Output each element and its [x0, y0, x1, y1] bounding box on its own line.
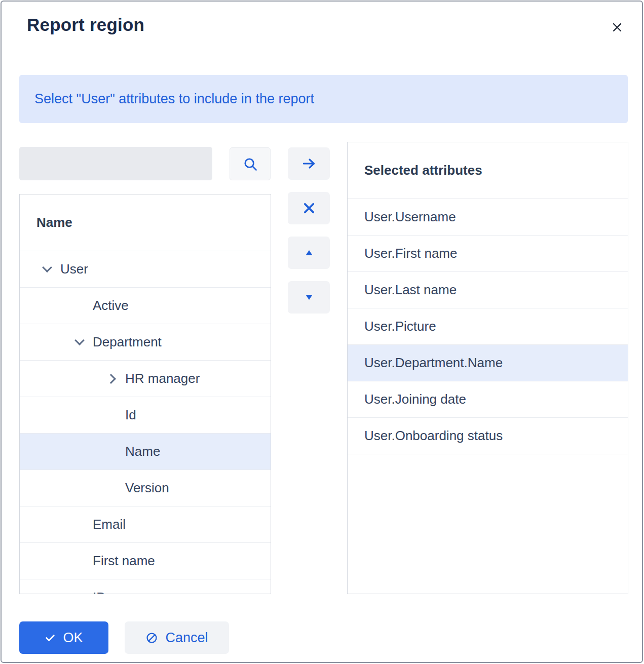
search-icon	[242, 156, 258, 172]
selected-attribute-row[interactable]: User.Joining date	[348, 381, 628, 418]
close-button[interactable]	[607, 17, 628, 38]
move-down-button[interactable]	[288, 281, 330, 314]
check-icon	[45, 632, 56, 643]
tree-item-name[interactable]: Name	[20, 434, 271, 470]
selected-attribute-label: User.Onboarding status	[364, 428, 503, 444]
chevron-spacer	[99, 434, 125, 470]
available-attributes-header: Name	[20, 194, 271, 251]
ok-button[interactable]: OK	[19, 621, 108, 654]
selected-attributes-header: Selected attributes	[348, 142, 628, 199]
chevron-spacer	[66, 288, 93, 324]
tree-item-label: Email	[93, 517, 126, 532]
selected-attribute-row[interactable]: User.Username	[348, 199, 628, 236]
info-banner: Select "User" attributes to include in t…	[19, 75, 628, 123]
ban-icon	[145, 632, 158, 644]
tree-item-label: Name	[125, 444, 160, 459]
tree-item-department[interactable]: Department	[20, 324, 271, 361]
selected-attribute-label: User.First name	[364, 246, 458, 261]
chevron-down-icon[interactable]	[66, 324, 93, 360]
report-region-dialog: Report region Select "User" attributes t…	[1, 1, 643, 663]
available-list: UserActiveDepartmentHR managerIdNameVers…	[20, 251, 271, 594]
tree-item-hr-manager[interactable]: HR manager	[20, 361, 271, 397]
selected-attribute-label: User.Username	[364, 209, 456, 225]
available-attributes-panel: Name UserActiveDepartmentHR managerIdNam…	[19, 194, 271, 594]
dialog-title: Report region	[27, 15, 144, 35]
tree-item-id[interactable]: ID	[20, 579, 271, 594]
tree-item-version[interactable]: Version	[20, 470, 271, 506]
tree-item-label: Active	[93, 298, 129, 314]
selected-attribute-row[interactable]: User.Picture	[348, 308, 628, 345]
tree-item-first-name[interactable]: First name	[20, 543, 271, 579]
selected-attribute-label: User.Joining date	[364, 392, 466, 407]
arrow-right-icon	[300, 156, 318, 171]
selected-attribute-label: User.Department.Name	[364, 355, 503, 371]
remove-attribute-button[interactable]	[288, 192, 330, 224]
search-button[interactable]	[230, 147, 271, 180]
tree-item-id[interactable]: Id	[20, 397, 271, 434]
tree-item-active[interactable]: Active	[20, 288, 271, 324]
chevron-right-icon[interactable]	[99, 361, 125, 397]
ok-button-label: OK	[63, 630, 83, 646]
chevron-spacer	[99, 470, 125, 506]
add-attribute-button[interactable]	[288, 147, 330, 180]
tree-item-label: Department	[93, 334, 162, 350]
selected-attribute-row[interactable]: User.Last name	[348, 272, 628, 308]
chevron-spacer	[66, 579, 93, 594]
tree-item-email[interactable]: Email	[20, 506, 271, 543]
tree-item-label: User	[60, 261, 88, 277]
tree-item-label: Version	[125, 480, 169, 496]
chevron-down-icon[interactable]	[34, 251, 60, 287]
selected-attribute-row[interactable]: User.Department.Name	[348, 345, 628, 381]
info-banner-text: Select "User" attributes to include in t…	[34, 91, 314, 107]
selected-list: User.UsernameUser.First nameUser.Last na…	[348, 199, 628, 454]
selected-attribute-row[interactable]: User.First name	[348, 236, 628, 272]
tree-item-label: Id	[125, 407, 136, 423]
chevron-spacer	[66, 506, 93, 542]
cancel-button[interactable]: Cancel	[125, 621, 229, 654]
selected-attribute-label: User.Last name	[364, 282, 457, 298]
chevron-spacer	[99, 397, 125, 433]
cancel-button-label: Cancel	[165, 630, 208, 646]
tree-item-label: ID	[93, 590, 106, 594]
close-icon	[611, 21, 623, 33]
tree-item-user[interactable]: User	[20, 251, 271, 288]
tree-item-label: HR manager	[125, 371, 200, 386]
tree-item-label: First name	[93, 553, 155, 569]
search-input[interactable]	[19, 147, 212, 180]
triangle-down-icon	[304, 292, 314, 302]
triangle-up-icon	[304, 248, 314, 258]
selected-attribute-row[interactable]: User.Onboarding status	[348, 418, 628, 454]
selected-attribute-label: User.Picture	[364, 319, 436, 334]
chevron-spacer	[66, 543, 93, 579]
move-up-button[interactable]	[288, 237, 330, 269]
x-icon	[302, 201, 316, 215]
selected-attributes-panel: Selected attributes User.UsernameUser.Fi…	[347, 142, 628, 594]
